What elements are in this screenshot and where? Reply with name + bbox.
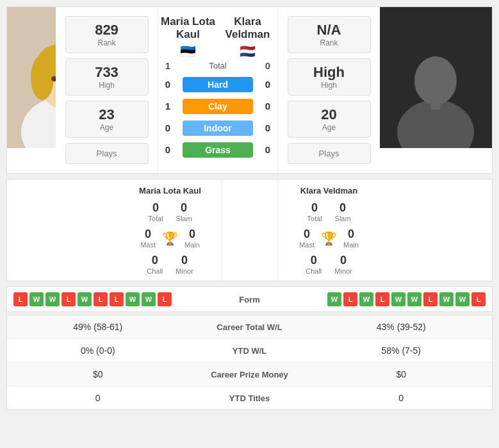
right-mast-num: 0 <box>299 228 315 241</box>
left-trophy-row: 0 Mast 🏆 0 Main <box>122 228 218 249</box>
right-main-cell: 0 Main <box>343 228 359 249</box>
stats-right-val: 43% (39-52) <box>320 322 483 332</box>
left-form-badge: L <box>13 292 28 306</box>
right-total: 0 <box>258 60 277 71</box>
right-form-badge: W <box>359 292 373 306</box>
stats-left-val: 49% (58-61) <box>17 322 179 332</box>
left-rank-box: 829 Rank <box>65 16 149 53</box>
stats-table: 49% (58-61)Career Total W/L43% (39-52)0%… <box>6 315 493 410</box>
left-form-badge: L <box>158 292 172 306</box>
left-name-label: Maria Lota Kaul <box>139 186 201 195</box>
left-chall-cell: 0 Chall <box>147 254 163 275</box>
hard-row: 0 Hard 0 <box>158 76 277 94</box>
right-rank-box: N/A Rank <box>288 16 371 53</box>
left-minor-num: 0 <box>176 254 193 267</box>
right-age-box: 20 Age <box>288 101 371 138</box>
left-total-cell: 0 Total <box>148 201 163 222</box>
hard-left: 0 <box>158 79 177 90</box>
player-labels-row: Maria Lota Kaul 0 Total 0 Slam 0 Mast 🏆 <box>6 179 493 281</box>
main-container: 829 Rank 733 High 23 Age Plays Maria Lot… <box>0 0 499 417</box>
left-form-badge: L <box>61 292 76 306</box>
right-slam-num: 0 <box>335 201 351 215</box>
right-plays-box: Plays <box>288 143 371 164</box>
right-trophy-icon: 🏆 <box>321 231 337 246</box>
left-age-val: 23 <box>69 106 145 123</box>
left-plays-box: Plays <box>65 143 149 164</box>
left-slam-num: 0 <box>176 201 192 215</box>
left-form-badge: W <box>142 292 156 306</box>
left-high-val: 733 <box>69 64 145 81</box>
right-wins-row: 0 Total 0 Slam <box>281 201 377 222</box>
right-minor-num: 0 <box>334 254 352 267</box>
grass-left: 0 <box>158 144 177 155</box>
left-mast-num: 0 <box>140 228 156 241</box>
grass-right: 0 <box>258 144 277 155</box>
left-form-badge: W <box>45 292 60 306</box>
stats-center-label: Career Total W/L <box>179 322 320 332</box>
right-chall-num: 0 <box>306 254 322 267</box>
svg-point-5 <box>31 55 54 100</box>
right-player-info: N/A Rank High High 20 Age Plays <box>277 7 380 173</box>
right-detail-panel: Klara Veldman 0 Total 0 Slam 0 Mast 🏆 <box>277 179 380 281</box>
hard-right: 0 <box>258 79 277 90</box>
left-plays-lbl: Plays <box>69 149 145 158</box>
form-label: Form <box>211 295 288 304</box>
right-age-val: 20 <box>291 106 367 123</box>
right-player-name: Klara Veldman <box>225 15 270 40</box>
left-detail-panel: Maria Lota Kaul 0 Total 0 Slam 0 Mast 🏆 <box>119 179 222 281</box>
indoor-button: Indoor <box>183 120 253 136</box>
right-main-num: 0 <box>343 228 359 241</box>
left-form-badge: W <box>126 292 140 306</box>
stats-right-val: 58% (7-5) <box>320 345 483 356</box>
total-label: Total <box>183 61 253 71</box>
left-chall-num: 0 <box>147 254 163 267</box>
right-photo-label-spacer <box>380 179 492 281</box>
left-form-badge: W <box>29 292 44 306</box>
indoor-left: 0 <box>158 122 177 133</box>
left-wins-row: 0 Total 0 Slam <box>122 201 218 222</box>
right-name-label: Klara Veldman <box>300 186 358 195</box>
names-row: Maria Lota Kaul 🇪🇪 Klara Veldman 🇳🇱 <box>158 10 277 60</box>
left-trophy-icon: 🏆 <box>162 231 178 246</box>
total-row: 1 Total 0 <box>158 60 277 71</box>
left-name-center: Maria Lota Kaul 🇪🇪 <box>158 15 218 59</box>
left-slam-cell: 0 Slam <box>176 201 192 222</box>
right-form-badge: W <box>455 292 470 306</box>
right-high-val: High <box>291 64 367 81</box>
stats-row: 0YTD Titles0 <box>7 386 492 410</box>
stats-center-label: YTD Titles <box>179 394 320 403</box>
left-high-box: 733 High <box>65 58 149 95</box>
right-flag: 🇳🇱 <box>218 44 277 59</box>
left-form-badge: L <box>110 292 124 306</box>
stats-row: 49% (58-61)Career Total W/L43% (39-52) <box>7 315 492 339</box>
stats-right-val: $0 <box>320 369 483 379</box>
clay-right: 0 <box>258 101 277 112</box>
stats-left-val: 0% (0-0) <box>17 345 179 356</box>
left-main-num: 0 <box>184 228 200 241</box>
center-spacer <box>222 179 277 281</box>
right-total-num: 0 <box>307 201 322 215</box>
clay-button: Clay <box>183 99 253 114</box>
right-form-badge: W <box>439 292 454 306</box>
grass-row: 0 Grass 0 <box>158 141 277 159</box>
clay-left: 1 <box>158 101 177 112</box>
right-rank-val: N/A <box>291 22 367 38</box>
right-form-badge: L <box>375 292 389 306</box>
indoor-right: 0 <box>258 122 277 133</box>
center-stats: Maria Lota Kaul 🇪🇪 Klara Veldman 🇳🇱 1 To… <box>158 7 277 173</box>
left-total: 1 <box>158 60 177 71</box>
stats-row: 0% (0-0)YTD W/L58% (7-5) <box>7 339 492 363</box>
right-form-badge: L <box>423 292 438 306</box>
left-player-name: Maria Lota Kaul <box>161 15 215 40</box>
left-player-photo <box>7 7 56 148</box>
right-name-center: Klara Veldman 🇳🇱 <box>218 15 277 59</box>
right-total-cell: 0 Total <box>307 201 322 222</box>
stats-row: $0Career Prize Money$0 <box>7 363 492 386</box>
right-form-badge: W <box>391 292 405 306</box>
right-plays-lbl: Plays <box>291 149 367 158</box>
left-rank-val: 829 <box>69 22 145 38</box>
player-comparison: 829 Rank 733 High 23 Age Plays Maria Lot… <box>6 6 493 174</box>
right-chall-row: 0 Chall 0 Minor <box>281 254 377 275</box>
stats-left-val: $0 <box>17 369 179 379</box>
right-player-photo <box>380 7 492 148</box>
